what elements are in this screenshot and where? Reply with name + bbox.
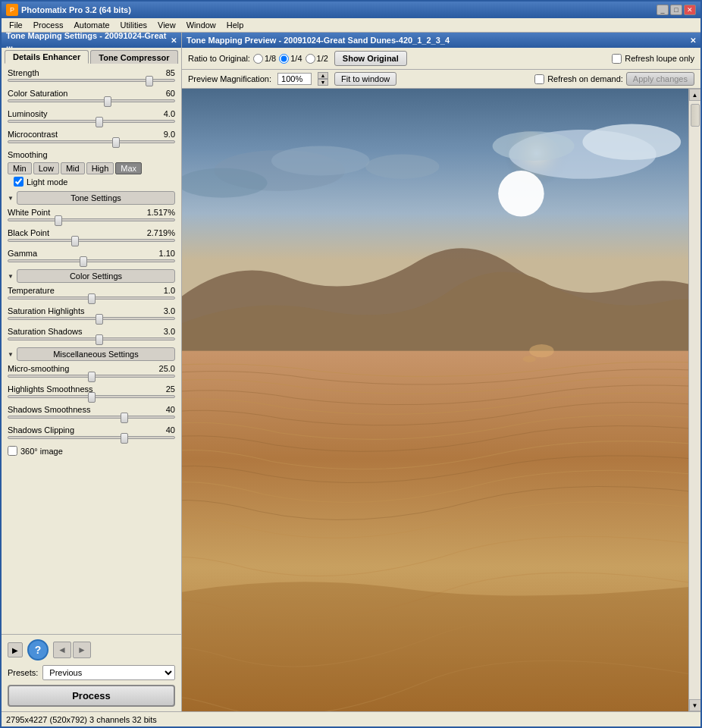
luminosity-thumb[interactable] xyxy=(96,117,103,127)
shadows-smoothness-thumb[interactable] xyxy=(121,413,128,423)
smooth-min-button[interactable]: Min xyxy=(8,162,32,174)
fit-window-button[interactable]: Fit to window xyxy=(334,72,396,86)
color-settings-triangle[interactable]: ▼ xyxy=(8,273,14,280)
tab-details-enhancer[interactable]: Details Enhancer xyxy=(5,50,89,64)
smooth-low-button[interactable]: Low xyxy=(33,162,59,174)
gamma-track[interactable] xyxy=(8,259,175,262)
saturation-highlights-thumb[interactable] xyxy=(96,314,103,325)
scroll-down-arrow[interactable]: ▼ xyxy=(689,699,701,711)
strength-thumb[interactable] xyxy=(146,76,153,86)
panel-close-button[interactable]: ✕ xyxy=(171,36,177,45)
preview-close-button[interactable]: ✕ xyxy=(690,36,696,45)
ratio-1-2-radio[interactable] xyxy=(306,54,315,64)
svg-point-11 xyxy=(529,344,553,357)
checkbox-360[interactable] xyxy=(8,446,17,456)
nav-forward-button[interactable]: ► xyxy=(73,642,91,658)
minimize-button[interactable]: _ xyxy=(657,5,669,15)
white-point-thumb[interactable] xyxy=(55,215,62,226)
menu-utilities[interactable]: Utilities xyxy=(116,20,152,30)
misc-settings-triangle[interactable]: ▼ xyxy=(8,351,14,358)
shadows-clipping-thumb[interactable] xyxy=(121,433,128,444)
ratio-1-4-radio[interactable] xyxy=(279,54,289,64)
ratio-1-4-label[interactable]: 1/4 xyxy=(279,54,302,64)
refresh-loupe-label: Refresh loupe only xyxy=(625,54,694,63)
ratio-1-2-label[interactable]: 1/2 xyxy=(306,54,328,64)
luminosity-track[interactable] xyxy=(8,120,175,123)
microcontrast-track[interactable] xyxy=(8,140,175,143)
magnification-input[interactable] xyxy=(277,73,312,85)
smooth-high-button[interactable]: High xyxy=(86,162,114,174)
spin-up-button[interactable]: ▲ xyxy=(318,72,328,79)
help-button[interactable]: ? xyxy=(27,639,49,661)
ratio-1-8-label[interactable]: 1/8 xyxy=(253,54,276,64)
temperature-slider-row: Temperature 1.0 xyxy=(8,286,175,300)
microcontrast-thumb[interactable] xyxy=(112,137,120,148)
ratio-group: Ratio to Original: 1/8 1/4 1/2 xyxy=(188,54,328,64)
saturation-shadows-track[interactable] xyxy=(8,337,175,340)
color-saturation-track[interactable] xyxy=(8,99,175,102)
panel-title-bar: Tone Mapping Settings - 20091024-Great .… xyxy=(2,33,181,48)
refresh-demand-checkbox[interactable] xyxy=(534,74,544,84)
microcontrast-slider-row: Microcontrast 9.0 xyxy=(8,130,175,144)
spin-buttons: ▲ ▼ xyxy=(318,72,328,86)
maximize-button[interactable]: □ xyxy=(670,5,682,15)
saturation-highlights-track[interactable] xyxy=(8,317,175,320)
tone-settings-triangle[interactable]: ▼ xyxy=(8,195,14,202)
tab-tone-compressor[interactable]: Tone Compressor xyxy=(90,50,177,64)
color-settings-button[interactable]: Color Settings xyxy=(17,269,175,283)
highlights-smoothness-track[interactable] xyxy=(8,395,175,398)
spin-down-button[interactable]: ▼ xyxy=(318,79,328,86)
presets-select[interactable]: Previous Default Painterly Grunge xyxy=(42,665,175,680)
ratio-1-4-text: 1/4 xyxy=(290,54,302,63)
play-button[interactable]: ▶ xyxy=(8,642,23,657)
white-point-track[interactable] xyxy=(8,218,175,221)
saturation-highlights-value: 3.0 xyxy=(164,306,175,315)
bottom-row1: ▶ ? ◄ ► xyxy=(8,639,175,661)
scroll-up-arrow[interactable]: ▲ xyxy=(689,89,701,101)
close-button[interactable]: ✕ xyxy=(684,5,696,15)
strength-track[interactable] xyxy=(8,79,175,82)
shadows-smoothness-track[interactable] xyxy=(8,416,175,419)
smooth-max-button[interactable]: Max xyxy=(115,162,142,174)
shadows-clipping-label: Shadows Clipping xyxy=(8,425,74,435)
misc-settings-button[interactable]: Miscellaneous Settings xyxy=(17,347,175,361)
apply-changes-button[interactable]: Apply changes xyxy=(626,72,694,86)
temperature-track[interactable] xyxy=(8,297,175,300)
menu-view[interactable]: View xyxy=(153,20,180,30)
process-button[interactable]: Process xyxy=(8,685,175,707)
menu-help[interactable]: Help xyxy=(222,20,249,30)
menu-process[interactable]: Process xyxy=(29,20,68,30)
strength-label: Strength xyxy=(8,68,39,77)
smooth-mid-button[interactable]: Mid xyxy=(61,162,85,174)
smoothing-section: Smoothing Min Low Mid High Max Light mod… xyxy=(8,150,175,187)
shadows-clipping-track[interactable] xyxy=(8,436,175,439)
micro-smoothing-thumb[interactable] xyxy=(88,372,96,382)
gamma-thumb[interactable] xyxy=(80,256,87,267)
highlights-smoothness-thumb[interactable] xyxy=(88,392,96,403)
image-area xyxy=(182,89,688,711)
refresh-loupe-checkbox[interactable] xyxy=(612,54,622,64)
menu-window[interactable]: Window xyxy=(182,20,221,30)
black-point-thumb[interactable] xyxy=(71,236,79,246)
menu-automate[interactable]: Automate xyxy=(69,20,114,30)
tone-settings-button[interactable]: Tone Settings xyxy=(17,191,175,205)
menu-bar: File Process Automate Utilities View Win… xyxy=(2,18,700,33)
scroll-thumb[interactable] xyxy=(691,104,700,127)
saturation-shadows-thumb[interactable] xyxy=(96,334,103,345)
white-point-value: 1.517% xyxy=(147,208,175,217)
shadows-smoothness-slider-row: Shadows Smoothness 40 xyxy=(8,405,175,419)
preview-title-bar: Tone Mapping Preview - 20091024-Great Sa… xyxy=(182,33,700,48)
scroll-track[interactable] xyxy=(689,101,700,699)
saturation-highlights-slider-row: Saturation Highlights 3.0 xyxy=(8,306,175,321)
color-saturation-thumb[interactable] xyxy=(104,96,111,107)
black-point-track[interactable] xyxy=(8,239,175,242)
ratio-1-8-radio[interactable] xyxy=(253,54,263,64)
highlights-smoothness-value: 25 xyxy=(166,384,175,394)
menu-file[interactable]: File xyxy=(5,20,27,30)
light-mode-checkbox[interactable] xyxy=(14,177,24,187)
temperature-thumb[interactable] xyxy=(88,293,96,304)
micro-smoothing-track[interactable] xyxy=(8,375,175,378)
show-original-button[interactable]: Show Original xyxy=(334,51,407,66)
nav-back-button[interactable]: ◄ xyxy=(53,642,71,658)
app-title: Photomatix Pro 3.2 (64 bits) xyxy=(21,5,131,14)
